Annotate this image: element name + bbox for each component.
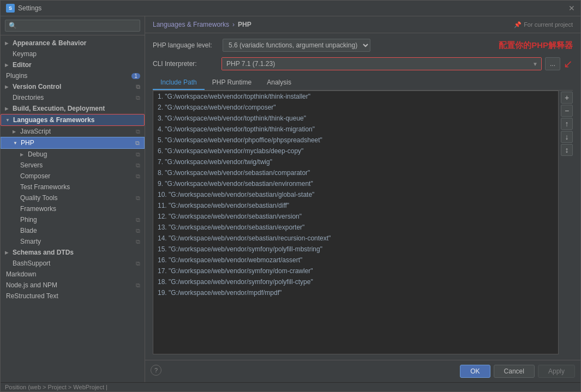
plugins-label: Plugins bbox=[6, 72, 27, 80]
restructured-label: ReStructured Text bbox=[6, 292, 58, 300]
list-item[interactable]: 3. "G:/workspace/web/vendor/topthink/thi… bbox=[153, 113, 558, 124]
composer-label: Composer bbox=[20, 172, 50, 180]
list-item[interactable]: 15. "G:/workspace/web/vendor/symfony/pol… bbox=[153, 244, 558, 255]
tab-php-runtime[interactable]: PHP Runtime bbox=[205, 76, 259, 90]
paths-panel: 1. "G:/workspace/web/vendor/topthink/thi… bbox=[153, 91, 573, 354]
paths-list-wrapper: 1. "G:/workspace/web/vendor/topthink/thi… bbox=[153, 91, 573, 354]
list-item[interactable]: 2. "G:/workspace/web/vendor/composer" bbox=[153, 102, 558, 113]
markdown-label: Markdown bbox=[6, 270, 36, 278]
tab-include-path[interactable]: Include Path bbox=[153, 76, 205, 90]
list-item[interactable]: 6. "G:/workspace/web/vendor/myclabs/deep… bbox=[153, 146, 558, 156]
sidebar-item-javascript[interactable]: ▶ JavaScript ⧉ bbox=[1, 126, 145, 137]
apply-button[interactable]: Apply bbox=[538, 365, 575, 378]
sidebar-item-languages[interactable]: ▼ Languages & Frameworks bbox=[1, 114, 145, 126]
php-label: PHP bbox=[21, 139, 34, 147]
list-item[interactable]: 19. "G:/workspace/web/vendor/mpdf/mpdf" bbox=[153, 287, 558, 298]
list-item[interactable]: 17. "G:/workspace/web/vendor/symfony/dom… bbox=[153, 266, 558, 276]
sidebar-item-frameworks[interactable]: Frameworks bbox=[1, 203, 145, 214]
panel-header: Languages & Frameworks › PHP 📌 For curre… bbox=[145, 16, 580, 33]
remove-path-button[interactable]: − bbox=[561, 105, 573, 117]
list-item[interactable]: 4. "G:/workspace/web/vendor/topthink/thi… bbox=[153, 124, 558, 135]
sidebar-item-test-frameworks[interactable]: Test Frameworks bbox=[1, 182, 145, 192]
list-item[interactable]: 12. "G:/workspace/web/vendor/sebastian/v… bbox=[153, 211, 558, 222]
vc-copy-icon: ⧉ bbox=[136, 83, 140, 91]
sidebar-item-restructured-text[interactable]: ReStructured Text bbox=[1, 291, 145, 301]
frameworks-label: Frameworks bbox=[20, 205, 56, 213]
servers-label: Servers bbox=[20, 161, 43, 169]
move-up-button[interactable]: ↑ bbox=[561, 118, 573, 130]
sidebar-item-keymap[interactable]: Keymap bbox=[1, 49, 145, 59]
smarty-copy-icon: ⧉ bbox=[136, 238, 140, 245]
close-button[interactable]: ✕ bbox=[568, 4, 575, 13]
sidebar-item-version-control[interactable]: ▶ Version Control ⧉ bbox=[1, 81, 145, 92]
quality-copy-icon: ⧉ bbox=[136, 195, 140, 202]
sidebar: ▶ Appearance & Behavior Keymap ▶ Editor … bbox=[1, 16, 145, 382]
sidebar-item-appearance[interactable]: ▶ Appearance & Behavior bbox=[1, 38, 145, 49]
bash-copy-icon: ⧉ bbox=[136, 260, 140, 267]
sort-button[interactable]: ↕ bbox=[561, 144, 573, 156]
paths-list: 1. "G:/workspace/web/vendor/topthink/thi… bbox=[153, 91, 559, 354]
debug-label: Debug bbox=[28, 150, 47, 158]
list-item[interactable]: 16. "G:/workspace/web/vendor/webmozart/a… bbox=[153, 255, 558, 266]
sidebar-item-bashsupport[interactable]: BashSupport ⧉ bbox=[1, 258, 145, 269]
composer-copy-icon: ⧉ bbox=[136, 173, 140, 180]
bashsupport-label: BashSupport bbox=[13, 260, 50, 267]
sidebar-item-markdown[interactable]: Markdown bbox=[1, 269, 145, 280]
list-item[interactable]: 7. "G:/workspace/web/vendor/twig/twig" bbox=[153, 156, 558, 167]
list-item[interactable]: 9. "G:/workspace/web/vendor/sebastian/en… bbox=[153, 178, 558, 189]
move-down-button[interactable]: ↓ bbox=[561, 131, 573, 143]
breadcrumb: Languages & Frameworks › PHP bbox=[153, 21, 251, 28]
sidebar-item-directories[interactable]: Directories ⧉ bbox=[1, 92, 145, 103]
app-icon: S bbox=[6, 4, 15, 13]
interpreter-select-wrapper: PHP 7.1 (7.1.23) ▼ bbox=[221, 57, 542, 70]
titlebar: S Settings ✕ bbox=[1, 1, 580, 16]
sidebar-item-plugins[interactable]: Plugins 1 bbox=[1, 70, 145, 81]
phing-label: Phing bbox=[20, 216, 37, 224]
dir-copy-icon: ⧉ bbox=[136, 94, 140, 101]
sidebar-item-schemas[interactable]: ▶ Schemas and DTDs bbox=[1, 247, 145, 258]
expand-arrow-vc: ▶ bbox=[5, 85, 10, 89]
for-project: 📌 For current project bbox=[514, 21, 573, 28]
language-level-select[interactable]: 5.6 (variadic functions, argument unpack… bbox=[223, 39, 370, 52]
sidebar-tree: ▶ Appearance & Behavior Keymap ▶ Editor … bbox=[1, 35, 145, 382]
cancel-button[interactable]: Cancel bbox=[494, 365, 535, 378]
expand-arrow-php: ▼ bbox=[13, 141, 19, 146]
help-button[interactable]: ? bbox=[151, 365, 161, 376]
sidebar-item-smarty[interactable]: Smarty ⧉ bbox=[1, 236, 145, 247]
plugins-badge: 1 bbox=[131, 73, 140, 79]
appearance-label: Appearance & Behavior bbox=[13, 39, 86, 47]
cli-interpreter-row: CLI Interpreter: PHP 7.1 (7.1.23) ▼ ... … bbox=[153, 57, 573, 70]
tabs-bar: Include Path PHP Runtime Analysis bbox=[153, 76, 573, 91]
sidebar-item-phing[interactable]: Phing ⧉ bbox=[1, 214, 145, 225]
language-level-label: PHP language level: bbox=[153, 41, 218, 49]
sidebar-item-nodejs[interactable]: Node.js and NPM ⧉ bbox=[1, 280, 145, 291]
sidebar-item-composer[interactable]: Composer ⧉ bbox=[1, 171, 145, 182]
status-bar: Position (web > Project > WebProject | bbox=[1, 382, 580, 391]
add-path-button[interactable]: + bbox=[561, 92, 573, 104]
sidebar-item-editor[interactable]: ▶ Editor bbox=[1, 59, 145, 70]
list-item[interactable]: 18. "G:/workspace/web/vendor/symfony/pol… bbox=[153, 276, 558, 287]
list-item[interactable]: 8. "G:/workspace/web/vendor/sebastian/co… bbox=[153, 167, 558, 178]
sidebar-item-php[interactable]: ▼ PHP ⧉ bbox=[1, 137, 145, 149]
interpreter-browse-button[interactable]: ... bbox=[545, 57, 560, 70]
list-item[interactable]: 1. "G:/workspace/web/vendor/topthink/thi… bbox=[153, 91, 558, 102]
build-label: Build, Execution, Deployment bbox=[13, 105, 105, 112]
chinese-annotation: 配置你的PHP解释器 bbox=[499, 40, 573, 51]
sidebar-item-quality-tools[interactable]: Quality Tools ⧉ bbox=[1, 192, 145, 203]
dialog-title: Settings bbox=[18, 4, 41, 12]
sidebar-item-build[interactable]: ▶ Build, Execution, Deployment bbox=[1, 103, 145, 114]
sidebar-item-blade[interactable]: Blade ⧉ bbox=[1, 225, 145, 236]
sidebar-item-debug[interactable]: ▶ Debug ⧉ bbox=[1, 149, 145, 160]
list-item[interactable]: 13. "G:/workspace/web/vendor/sebastian/e… bbox=[153, 222, 558, 233]
interpreter-select[interactable]: PHP 7.1 (7.1.23) bbox=[222, 58, 541, 70]
ok-button[interactable]: OK bbox=[460, 365, 490, 378]
expand-arrow-schemas: ▶ bbox=[5, 250, 10, 255]
servers-copy-icon: ⧉ bbox=[136, 162, 140, 169]
list-item[interactable]: 10. "G:/workspace/web/vendor/sebastian/g… bbox=[153, 189, 558, 200]
search-input[interactable] bbox=[5, 20, 140, 32]
sidebar-item-servers[interactable]: Servers ⧉ bbox=[1, 160, 145, 171]
tab-analysis[interactable]: Analysis bbox=[259, 76, 299, 90]
list-item[interactable]: 5. "G:/workspace/web/vendor/phpoffice/ph… bbox=[153, 135, 558, 146]
list-item[interactable]: 11. "G:/workspace/web/vendor/sebastian/d… bbox=[153, 200, 558, 211]
list-item[interactable]: 14. "G:/workspace/web/vendor/sebastian/r… bbox=[153, 233, 558, 244]
